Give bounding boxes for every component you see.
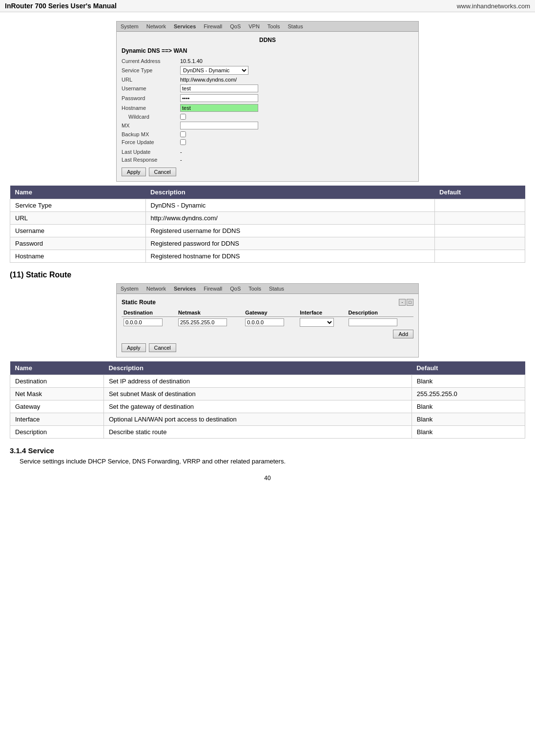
col-description: Description	[347, 309, 413, 317]
col-netmask: Netmask	[176, 309, 243, 317]
page-header: InRouter 700 Series User's Manual www.in…	[0, 0, 535, 12]
ddns-section-title: DDNS	[122, 37, 413, 43]
cell-description: Registered password for DDNS	[145, 237, 434, 250]
table-row: URL http://www.dyndns.com/	[10, 212, 525, 225]
cell-description: Registered username for DDNS	[145, 225, 434, 237]
nav-services[interactable]: Services	[174, 23, 196, 29]
field-username: Username	[122, 84, 413, 92]
static-route-nav: System Network Services Firewall QoS Too…	[117, 284, 418, 294]
ddns-table-header-default: Default	[434, 186, 525, 199]
ddns-apply-button[interactable]: Apply	[122, 168, 146, 176]
service-section-text: Service settings include DHCP Service, D…	[20, 458, 525, 465]
ddns-table-header-description: Description	[145, 186, 434, 199]
cell-name: Destination	[10, 375, 104, 388]
minimize-buttons: - □	[399, 299, 413, 306]
sr-nav-system[interactable]: System	[121, 286, 139, 292]
cell-description: Optional LAN/WAN port access to destinat…	[103, 413, 412, 426]
ddns-cancel-button[interactable]: Cancel	[149, 168, 176, 176]
static-route-router-ui: System Network Services Firewall QoS Too…	[116, 283, 419, 357]
sr-table-header-description: Description	[103, 361, 412, 375]
ddns-table-header-name: Name	[10, 186, 146, 199]
website-url: www.inhandnetworks.com	[457, 2, 530, 10]
cell-default	[434, 212, 525, 225]
cell-description: Set the gateway of destination	[103, 400, 412, 413]
sr-nav-network[interactable]: Network	[146, 286, 166, 292]
ddns-ui-container: System Network Services Firewall QoS VPN…	[10, 21, 525, 182]
nav-system[interactable]: System	[121, 23, 139, 29]
cell-name: Username	[10, 225, 146, 237]
checkbox-backup-mx[interactable]	[180, 131, 186, 137]
static-route-ui-container: System Network Services Firewall QoS Too…	[10, 283, 525, 357]
field-last-update: Last Update -	[122, 149, 413, 155]
nav-qos[interactable]: QoS	[230, 23, 241, 29]
ddns-form-buttons: Apply Cancel	[122, 168, 413, 176]
cell-default	[434, 250, 525, 263]
col-interface: Interface	[298, 309, 346, 317]
cell-name: Description	[10, 426, 104, 439]
restore-button[interactable]: □	[407, 299, 413, 306]
cell-description: Registered hostname for DDNS	[145, 250, 434, 263]
sr-nav-firewall[interactable]: Firewall	[204, 286, 222, 292]
label-force-update: Force Update	[122, 139, 180, 145]
field-hostname: Hostname	[122, 104, 413, 112]
select-service-type[interactable]: DynDNS - Dynamic	[180, 66, 248, 75]
cell-name: URL	[10, 212, 146, 225]
field-current-address: Current Address 10.5.1.40	[122, 58, 413, 64]
cell-default: Blank	[412, 375, 525, 388]
value-last-response: -	[180, 157, 182, 163]
input-destination[interactable]	[123, 318, 163, 326]
sr-nav-qos[interactable]: QoS	[230, 286, 241, 292]
add-route-button[interactable]: Add	[393, 330, 413, 338]
label-backup-mx: Backup MX	[122, 131, 180, 137]
label-username: Username	[122, 85, 180, 91]
input-description[interactable]	[349, 318, 397, 326]
sr-nav-status[interactable]: Status	[269, 286, 284, 292]
input-gateway[interactable]	[245, 318, 284, 326]
field-url: URL http://www.dyndns.com/	[122, 77, 413, 83]
static-route-apply-button[interactable]: Apply	[122, 343, 146, 352]
value-url: http://www.dyndns.com/	[180, 77, 237, 83]
field-last-response: Last Response -	[122, 157, 413, 163]
nav-firewall[interactable]: Firewall	[204, 23, 222, 29]
field-wildcard: Wildcard	[122, 114, 413, 120]
table-row: Hostname Registered hostname for DDNS	[10, 250, 525, 263]
label-hostname: Hostname	[122, 105, 180, 111]
input-mx[interactable]	[180, 122, 258, 129]
static-route-cancel-button[interactable]: Cancel	[149, 343, 176, 352]
input-password[interactable]	[180, 94, 258, 102]
ddns-router-ui: System Network Services Firewall QoS VPN…	[116, 21, 419, 182]
cell-default	[434, 225, 525, 237]
minimize-button[interactable]: -	[399, 299, 406, 306]
label-last-response: Last Response	[122, 157, 180, 163]
ddns-wan-label: Dynamic DNS ==> WAN	[122, 47, 413, 54]
checkbox-wildcard[interactable]	[180, 114, 186, 120]
cell-name: Gateway	[10, 400, 104, 413]
sr-table-header-name: Name	[10, 361, 104, 375]
table-row: Password Registered password for DDNS	[10, 237, 525, 250]
field-password: Password	[122, 94, 413, 102]
static-route-form-buttons: Apply Cancel	[122, 343, 413, 352]
select-interface[interactable]	[300, 318, 334, 327]
cell-default: Blank	[412, 413, 525, 426]
input-username[interactable]	[180, 84, 258, 92]
input-hostname[interactable]	[180, 104, 258, 112]
nav-network[interactable]: Network	[146, 23, 166, 29]
cell-name: Hostname	[10, 250, 146, 263]
value-current-address: 10.5.1.40	[180, 58, 203, 64]
value-last-update: -	[180, 149, 182, 155]
nav-vpn[interactable]: VPN	[248, 23, 260, 29]
sr-nav-services[interactable]: Services	[174, 286, 196, 292]
static-route-description-table: Name Description Default Destination Set…	[10, 361, 525, 439]
table-row: Description Describe static route Blank	[10, 426, 525, 439]
ddns-body: DDNS Dynamic DNS ==> WAN Current Address…	[117, 32, 418, 181]
nav-tools[interactable]: Tools	[268, 23, 280, 29]
nav-status[interactable]: Status	[288, 23, 303, 29]
cell-default	[434, 199, 525, 212]
table-row: Net Mask Set subnet Mask of destination …	[10, 388, 525, 400]
label-wildcard: Wildcard	[122, 114, 180, 120]
input-netmask[interactable]	[178, 318, 227, 326]
ddns-nav: System Network Services Firewall QoS VPN…	[117, 21, 418, 32]
sr-nav-tools[interactable]: Tools	[248, 286, 261, 292]
checkbox-force-update[interactable]	[180, 139, 186, 145]
table-row: Destination Set IP address of destinatio…	[10, 375, 525, 388]
